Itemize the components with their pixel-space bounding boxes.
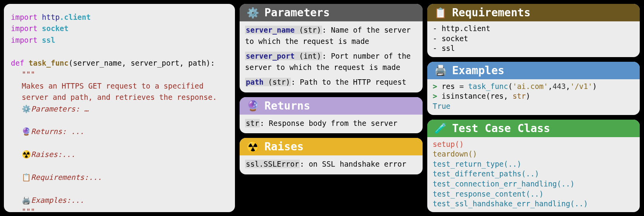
- example-line-1: > res = task_func('ai.com',443,'/v1'): [433, 82, 634, 92]
- test-method-7: test_ssl_handshake_err_handling(..): [433, 199, 634, 209]
- param-2: server_port (int): Port number of the se…: [245, 51, 417, 73]
- crystal-ball-icon: 🔮: [247, 100, 259, 111]
- parameters-panel: ⚙️ Parameters server_name (str): Name of…: [240, 4, 423, 92]
- crystal-ball-icon: 🔮: [22, 127, 31, 136]
- clipboard-icon: 📋: [434, 7, 447, 19]
- code-panel: import http.client import socket import …: [4, 4, 235, 212]
- gear-icon: ⚙️: [22, 105, 31, 113]
- test-method-3: test_return_type(..): [433, 159, 634, 169]
- req-item-1: - http.client: [433, 24, 634, 34]
- raises-title: Raises: [264, 140, 304, 153]
- requirements-panel: 📋 Requirements - http.client - socket - …: [427, 4, 640, 57]
- radioactive-icon: ☢️: [22, 150, 31, 159]
- raises-value: ssl.SSLError: on SSL handshake error: [245, 159, 417, 170]
- param-3: path (str): Path to the HTTP request: [245, 77, 417, 88]
- docstring-requirements: 📋Requirements:...: [22, 172, 228, 183]
- tests-header: 🧪 Test Case Class: [427, 120, 640, 137]
- raises-panel: ☢️ Raises ssl.SSLError: on SSL handshake…: [240, 138, 423, 174]
- test-tube-icon: 🧪: [434, 122, 447, 134]
- examples-panel: 🖨️ Examples > res = task_func('ai.com',4…: [427, 62, 640, 115]
- examples-title: Examples: [452, 64, 504, 77]
- requirements-header: 📋 Requirements: [427, 4, 640, 21]
- docstring-raises: ☢️Raises:...: [22, 149, 228, 160]
- radioactive-icon: ☢️: [247, 141, 259, 153]
- code-line-def: def task_func(server_name, server_port, …: [11, 57, 228, 69]
- test-method-6: test_response_content(..): [433, 189, 634, 199]
- returns-panel: 🔮 Returns str: Response body from the se…: [240, 97, 423, 134]
- docstring-examples: 🖨️Examples:...: [22, 195, 228, 206]
- tests-title: Test Case Class: [452, 122, 550, 135]
- test-method-teardown: teardown(): [433, 149, 634, 159]
- test-method-4: test_different_paths(..): [433, 169, 634, 179]
- test-method-5: test_connection_err_handling(..): [433, 179, 634, 189]
- req-item-2: - socket: [433, 34, 634, 44]
- tests-panel: 🧪 Test Case Class setup() teardown() tes…: [427, 120, 640, 212]
- param-1: server_name (str): Name of the server to…: [245, 24, 417, 47]
- test-method-setup: setup(): [433, 139, 634, 150]
- parameters-title: Parameters: [264, 6, 330, 19]
- req-item-3: - ssl: [433, 44, 634, 54]
- returns-value: str: Response body from the server: [245, 118, 417, 129]
- docstring-returns: 🔮Returns: ...: [22, 126, 228, 137]
- returns-title: Returns: [264, 99, 310, 112]
- docstring-desc-1: Makes an HTTPS GET request to a specifie…: [22, 80, 228, 92]
- examples-header: 🖨️ Examples: [427, 62, 640, 79]
- example-line-3: True: [433, 101, 634, 111]
- code-line-import-http: import http.client: [11, 12, 228, 23]
- docstring-open: """: [22, 69, 228, 80]
- printer-icon: 🖨️: [22, 196, 31, 204]
- parameters-header: ⚙️ Parameters: [240, 4, 423, 21]
- example-line-2: > isinstance(res, str): [433, 91, 634, 101]
- docstring-close: """: [22, 206, 228, 212]
- returns-header: 🔮 Returns: [240, 97, 423, 115]
- printer-icon: 🖨️: [434, 64, 447, 76]
- docstring-params: ⚙️Parameters: …: [22, 103, 228, 115]
- docstring-desc-2: server and path, and retrieves the respo…: [22, 92, 228, 103]
- raises-header: ☢️ Raises: [240, 138, 423, 155]
- requirements-title: Requirements: [452, 6, 530, 19]
- code-line-import-ssl: import ssl: [11, 35, 228, 46]
- code-line-import-socket: import socket: [11, 23, 228, 34]
- gear-icon: ⚙️: [247, 7, 259, 19]
- clipboard-icon: 📋: [22, 173, 31, 181]
